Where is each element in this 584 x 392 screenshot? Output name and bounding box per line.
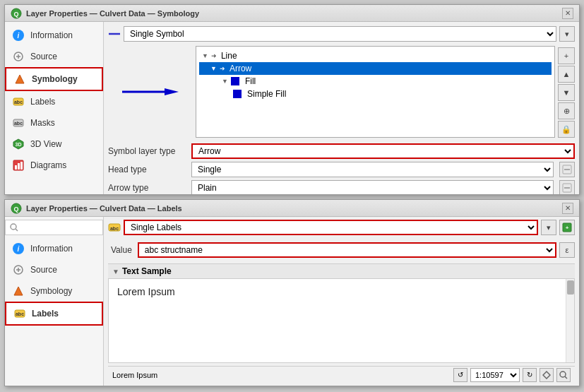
sidebar2-labels-label: Labels (32, 309, 59, 319)
sidebar-3dview-label: 3D View (30, 139, 61, 149)
tree-item-line[interactable]: ▼ ➜ Line (199, 49, 552, 62)
move-down-button[interactable]: ▼ (558, 84, 575, 101)
sidebar-item-labels[interactable]: abc Labels (5, 91, 103, 112)
window1-content: i Information Source (5, 22, 579, 194)
sidebar2-item-symbology[interactable]: Symbology (5, 280, 103, 302)
arrow-preview-area (108, 46, 193, 138)
arrow-type-select[interactable]: Plain (191, 180, 554, 194)
status-bar: Lorem Ipsum ↺ 1:10597 ↻ (108, 366, 575, 383)
tree-item-fill[interactable]: ▼ Fill (199, 75, 552, 88)
svg-text:abc: abc (14, 100, 23, 105)
window1-toolbar: Single Symbol ▾ (108, 26, 575, 42)
arrow-type-icon-btn[interactable] (559, 180, 575, 194)
window1-close-button[interactable]: ✕ (562, 8, 573, 19)
symbology2-icon (12, 285, 25, 297)
add-layer-button[interactable]: + (558, 47, 575, 64)
fill-square-icon (231, 77, 239, 85)
head-type-label: Head type (108, 165, 186, 174)
sidebar2-symbology-label: Symbology (30, 286, 72, 296)
status-pan-btn[interactable] (540, 368, 554, 382)
sidebar-item-masks[interactable]: abc Masks (5, 112, 103, 133)
sidebar-item-symbology[interactable]: Symbology (5, 67, 103, 91)
arrow-type-row: Arrow type Plain (108, 180, 575, 194)
svg-text:abc: abc (16, 311, 24, 316)
sidebar-symbology-label: Symbology (32, 74, 78, 84)
svg-text:+: + (566, 225, 569, 231)
head-type-icon-btn[interactable] (559, 162, 575, 177)
tree-expand-icon: ▼ (202, 52, 208, 59)
labels-extra-btn[interactable]: + (559, 220, 575, 235)
head-type-select[interactable]: Single (191, 162, 554, 177)
svg-line-26 (16, 229, 18, 231)
window1-main: Single Symbol ▾ ▼ ➜ (104, 22, 579, 194)
labels-mode-btn[interactable]: ▾ (541, 220, 556, 235)
svg-rect-15 (20, 162, 23, 170)
sidebar-item-diagrams[interactable]: Diagrams (5, 155, 103, 176)
tree-expand-fill-icon: ▼ (222, 78, 228, 85)
labels-icon: abc (12, 95, 25, 108)
symbol-properties: Symbol layer type Arrow Head type Single (108, 141, 575, 194)
tree-arrow-icon: ➜ (211, 52, 217, 59)
arrow-preview-svg (119, 85, 182, 99)
arrow-type-label: Arrow type (108, 183, 186, 193)
window2-toolbar: abc Single Labels ▾ + (108, 220, 575, 235)
window2-main: abc Single Labels ▾ + Value abc structna… (104, 217, 579, 386)
text-sample-header: ▼ Text Sample (108, 263, 575, 279)
sidebar2-item-source[interactable]: Source (5, 259, 103, 280)
svg-text:Q: Q (13, 206, 18, 213)
tree-expand-arrow-icon: ▼ (210, 65, 217, 72)
sidebar2-item-information[interactable]: i Information (5, 238, 103, 259)
svg-marker-5 (16, 75, 24, 83)
title-bar-labels: Q Layer Properties — Culvert Data — Labe… (5, 200, 579, 217)
symbol-layer-type-select[interactable]: Arrow (191, 143, 575, 159)
tree-item-simple-fill[interactable]: Simple Fill (199, 88, 552, 100)
sidebar-source-label: Source (30, 52, 57, 61)
source2-icon (12, 263, 25, 276)
svg-point-38 (560, 372, 566, 377)
tree-simple-fill-label: Simple Fill (247, 89, 286, 99)
sidebar-diagrams-label: Diagrams (30, 160, 66, 170)
scale-select[interactable]: 1:10597 (470, 368, 520, 382)
masks-icon: abc (12, 117, 25, 129)
labels-mode-select[interactable]: Single Labels (124, 220, 538, 235)
value-expression-btn[interactable]: ε (559, 242, 575, 258)
tree-arrow-arrow-icon: ➜ (220, 65, 225, 72)
symbol-layer-type-label: Symbol layer type (108, 146, 186, 156)
sidebar2-source-label: Source (30, 265, 57, 275)
value-select[interactable]: abc structname (138, 242, 556, 258)
symbol-layer-tree[interactable]: ▼ ➜ Line ▼ ➜ Arrow ▼ Fill (196, 46, 555, 138)
tree-item-arrow[interactable]: ▼ ➜ Arrow (199, 62, 552, 75)
status-forward-btn[interactable]: ↻ (523, 368, 537, 382)
status-text: Lorem Ipsum (112, 371, 157, 379)
sidebar-masks-label: Masks (30, 118, 55, 128)
source-icon (12, 50, 25, 63)
symbol-layer-type-row: Symbol layer type Arrow (108, 143, 575, 159)
sidebar2-item-labels[interactable]: abc Labels (5, 302, 103, 326)
window2-title: Layer Properties — Culvert Data — Labels (26, 204, 182, 213)
symbology-toolbar-btn[interactable]: ▾ (559, 26, 575, 42)
svg-marker-37 (543, 372, 550, 379)
window2-close-button[interactable]: ✕ (562, 203, 573, 214)
svg-text:3D: 3D (16, 142, 22, 147)
sidebar-item-3dview[interactable]: 3D 3D View (5, 133, 103, 155)
sidebar-item-source[interactable]: Source (5, 46, 103, 67)
tree-line-label: Line (221, 51, 237, 61)
symbology-mode-select[interactable]: Single Symbol (124, 26, 556, 42)
sidebar-item-information[interactable]: i Information (5, 25, 103, 46)
information-icon: i (12, 29, 25, 42)
svg-marker-30 (14, 287, 23, 295)
sidebar1: i Information Source (5, 22, 104, 194)
scrollbar[interactable] (566, 279, 574, 362)
status-zoom-btn[interactable] (556, 368, 571, 382)
symbology-icon (13, 73, 26, 85)
copy-layer-button[interactable]: ⊕ (558, 102, 575, 119)
move-up-button[interactable]: ▲ (558, 66, 575, 83)
search-icon (10, 223, 18, 232)
qgis-icon: Q (11, 8, 22, 19)
lock-button[interactable]: 🔒 (558, 121, 575, 138)
window-labels: Q Layer Properties — Culvert Data — Labe… (4, 199, 580, 386)
svg-text:Q: Q (13, 11, 18, 18)
status-back-btn[interactable]: ↺ (453, 368, 467, 382)
single-labels-icon: abc (108, 222, 121, 232)
sidebar-search-bar (5, 220, 103, 235)
